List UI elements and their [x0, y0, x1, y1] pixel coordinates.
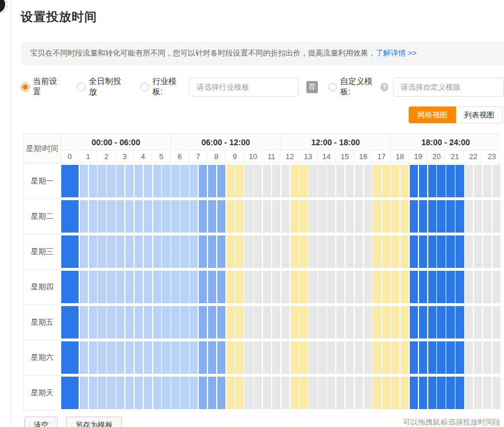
schedule-cell[interactable] [61, 200, 79, 233]
schedule-cell[interactable] [373, 377, 381, 409]
schedule-cell[interactable] [382, 200, 390, 233]
schedule-cell[interactable] [364, 235, 372, 268]
hour-label[interactable]: 18 [391, 150, 409, 163]
schedule-cell[interactable] [492, 341, 501, 374]
schedule-cell[interactable] [364, 165, 372, 197]
schedule-cell[interactable] [80, 271, 88, 303]
schedule-cell[interactable] [346, 271, 354, 303]
schedule-cell[interactable] [162, 341, 170, 374]
schedule-cell[interactable] [465, 377, 473, 409]
schedule-cell[interactable] [153, 235, 161, 268]
schedule-cell[interactable] [144, 306, 152, 338]
schedule-cell[interactable] [254, 165, 262, 197]
schedule-cell[interactable] [465, 235, 473, 268]
schedule-cell[interactable] [428, 200, 436, 233]
schedule-cell[interactable] [217, 306, 225, 338]
schedule-cell[interactable] [281, 377, 290, 409]
schedule-cell[interactable] [180, 165, 188, 197]
schedule-cell[interactable] [89, 377, 97, 409]
schedule-cell[interactable] [483, 306, 491, 338]
schedule-cell[interactable] [190, 377, 198, 409]
schedule-cell[interactable] [401, 377, 409, 409]
schedule-cell[interactable] [272, 306, 280, 338]
schedule-cell[interactable] [89, 271, 97, 303]
schedule-cell[interactable] [474, 377, 482, 409]
schedule-cell[interactable] [171, 271, 179, 303]
radio-current-setting[interactable]: 当前设置 [21, 76, 62, 97]
schedule-cell[interactable] [272, 165, 280, 197]
hour-label[interactable]: 23 [483, 150, 501, 163]
schedule-cell[interactable] [410, 271, 418, 303]
schedule-cell[interactable] [327, 235, 335, 268]
schedule-cell[interactable] [162, 200, 170, 233]
schedule-cell[interactable] [208, 271, 216, 303]
schedule-cell[interactable] [98, 235, 106, 268]
schedule-cell[interactable] [171, 200, 179, 233]
hour-label[interactable]: 19 [410, 150, 427, 163]
schedule-cell[interactable] [291, 271, 299, 303]
schedule-cell[interactable] [162, 377, 170, 409]
schedule-cell[interactable] [428, 235, 436, 268]
schedule-cell[interactable] [263, 271, 271, 303]
schedule-cell[interactable] [162, 271, 170, 303]
schedule-cell[interactable] [355, 165, 363, 197]
schedule-cell[interactable] [465, 165, 473, 197]
schedule-cell[interactable] [190, 271, 198, 303]
schedule-cell[interactable] [483, 341, 491, 374]
schedule-cell[interactable] [244, 306, 253, 338]
hour-label[interactable]: 4 [135, 150, 152, 163]
day-label[interactable]: 星期四 [24, 270, 61, 305]
schedule-cell[interactable] [190, 341, 198, 374]
schedule-cell[interactable] [281, 200, 290, 233]
schedule-cell[interactable] [492, 271, 501, 303]
schedule-cell[interactable] [125, 200, 134, 233]
schedule-cell[interactable] [217, 165, 225, 197]
schedule-cell[interactable] [465, 271, 473, 303]
schedule-cell[interactable] [235, 235, 243, 268]
schedule-cell[interactable] [419, 271, 427, 303]
schedule-cell[interactable] [437, 271, 445, 303]
schedule-cell[interactable] [89, 200, 97, 233]
schedule-cell[interactable] [318, 235, 326, 268]
schedule-cell[interactable] [61, 341, 79, 374]
schedule-cell[interactable] [483, 377, 491, 409]
schedule-cell[interactable] [492, 200, 501, 233]
schedule-cell[interactable] [171, 306, 179, 338]
schedule-cell[interactable] [80, 341, 88, 374]
schedule-cell[interactable] [125, 271, 134, 303]
schedule-cell[interactable] [401, 235, 409, 268]
schedule-cell[interactable] [199, 271, 207, 303]
schedule-cell[interactable] [437, 377, 445, 409]
schedule-cell[interactable] [80, 165, 88, 197]
schedule-cell[interactable] [61, 165, 79, 197]
radio-industry-template[interactable]: 行业模板: [140, 76, 184, 97]
schedule-cell[interactable] [437, 200, 445, 233]
schedule-cell[interactable] [419, 341, 427, 374]
schedule-cell[interactable] [382, 306, 390, 338]
schedule-cell[interactable] [190, 200, 198, 233]
schedule-cell[interactable] [419, 377, 427, 409]
hour-label[interactable]: 9 [227, 150, 244, 163]
schedule-cell[interactable] [428, 271, 436, 303]
schedule-cell[interactable] [318, 377, 326, 409]
schedule-cell[interactable] [217, 377, 225, 409]
schedule-cell[interactable] [401, 271, 409, 303]
schedule-cell[interactable] [263, 235, 271, 268]
grid-view-button[interactable]: 网格视图 [409, 106, 456, 123]
schedule-cell[interactable] [254, 235, 262, 268]
list-view-button[interactable]: 列表视图 [456, 106, 503, 123]
schedule-cell[interactable] [419, 200, 427, 233]
schedule-cell[interactable] [61, 306, 79, 338]
schedule-cell[interactable] [89, 165, 97, 197]
schedule-cell[interactable] [401, 200, 409, 233]
schedule-cell[interactable] [180, 341, 188, 374]
clear-button[interactable]: 清空 [24, 417, 58, 427]
hour-label[interactable]: 3 [116, 150, 134, 163]
schedule-cell[interactable] [116, 165, 124, 197]
schedule-cell[interactable] [483, 165, 491, 197]
schedule-cell[interactable] [153, 271, 161, 303]
schedule-cell[interactable] [336, 235, 344, 268]
schedule-cell[interactable] [373, 165, 381, 197]
schedule-cell[interactable] [254, 271, 262, 303]
schedule-cell[interactable] [80, 235, 88, 268]
